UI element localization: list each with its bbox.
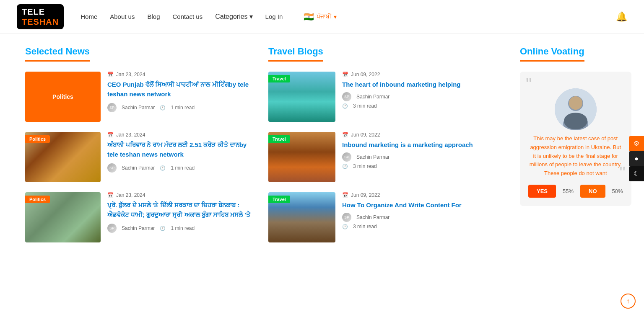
online-voting-section: Online Voating " " This may be the lates…	[520, 46, 631, 253]
news-info: 📅 Jan 23, 2024 ਅੰਬਾਨੀ ਪਰਿਵਾਰ ਨੇ ਰਾਮ ਮੰਦਰ…	[107, 132, 252, 173]
no-percentage: 50%	[612, 188, 623, 194]
news-date: 📅 Jan 23, 2024	[107, 72, 252, 77]
toggle-dark-widget-button[interactable]: ●	[629, 151, 644, 166]
news-meta: SP Sachin Parmar 🕐 1 min read	[107, 224, 252, 233]
logo-tele: TELE	[22, 7, 59, 17]
travel-card: Travel 📅 Jun 09, 2022 How To Organize An…	[268, 192, 503, 242]
news-info: 📅 Jan 23, 2024 ਪ੍ਰੋ. ਬੁੱਲਰ ਦੇ ਮਸਲੇ 'ਤੇ ਦ…	[107, 192, 252, 233]
politics-badge: Politics	[52, 93, 73, 100]
travel-card: Travel 📅 Jun 09, 2022 The heart of inbou…	[268, 72, 503, 122]
yes-percentage: 55%	[563, 188, 574, 194]
author-avatar: SP	[107, 163, 117, 173]
read-time: 3 min read	[353, 163, 377, 169]
nav-categories[interactable]: Categories ▾	[215, 13, 252, 21]
lang-label: ਪੰਜਾਬੀ	[317, 13, 331, 20]
news-date-text: Jan 23, 2024	[116, 132, 145, 138]
logo[interactable]: TELE TESHAN	[17, 4, 64, 29]
svg-point-4	[564, 113, 587, 129]
news-card: Politics 📅 Jan 23, 2024 ਅੰਬਾਨੀ ਪਰਿਵਾਰ ਨੇ…	[25, 132, 252, 182]
calendar-icon: 📅	[342, 72, 348, 77]
side-widgets: ⚙ ● ☾	[629, 136, 644, 181]
logo-teshan: TESHAN	[22, 17, 59, 27]
selected-news-section: Selected News Politics 📅 Jan 23, 2024 CE…	[25, 46, 252, 253]
night-mode-widget-button[interactable]: ☾	[629, 166, 644, 181]
news-meta: SP Sachin Parmar 🕐 1 min read	[107, 163, 252, 173]
news-date: 📅 Jun 09, 2022	[342, 72, 503, 77]
read-time: 1 min read	[171, 105, 195, 111]
author-avatar: SP	[342, 92, 351, 101]
read-time: 1 min read	[171, 165, 195, 171]
nav-about[interactable]: About us	[110, 13, 135, 20]
clock-icon: 🕐	[342, 164, 348, 169]
avatar-svg	[555, 88, 597, 130]
yes-vote-button[interactable]: YES	[528, 185, 556, 198]
calendar-icon: 📅	[342, 132, 348, 138]
news-meta: SP Sachin Parmar	[342, 92, 503, 101]
author-avatar: SP	[107, 224, 117, 233]
travel-info: 📅 Jun 09, 2022 The heart of inbound mark…	[342, 72, 503, 109]
read-time: 1 min read	[171, 225, 195, 231]
travel-title[interactable]: The heart of inbound marketing helping	[342, 80, 503, 89]
travel-info: 📅 Jun 09, 2022 How To Organize And Write…	[342, 192, 503, 229]
news-info: 📅 Jan 23, 2024 CEO Punjab ਵੱਲੋਂ ਸਿਆਸੀ ਪਾ…	[107, 72, 252, 112]
author-name: Sachin Parmar	[122, 105, 155, 111]
travel-title[interactable]: How To Organize And Write Content For	[342, 201, 503, 209]
author-name: Sachin Parmar	[122, 165, 155, 171]
nav-login[interactable]: Log In	[265, 13, 283, 20]
vote-buttons: YES 55% NO 50%	[528, 185, 623, 198]
no-vote-button[interactable]: NO	[580, 185, 605, 198]
travel-blogs-title: Travel Blogs	[268, 46, 323, 62]
travel-blogs-section: Travel Blogs Travel 📅 Jun 09, 2022 The h…	[268, 46, 503, 253]
nav-contact[interactable]: Contact us	[173, 13, 203, 20]
quote-close-icon: "	[619, 164, 625, 181]
news-thumbnail: Politics	[25, 192, 101, 242]
news-date: 📅 Jun 09, 2022	[342, 132, 503, 138]
clock-icon: 🕐	[160, 165, 166, 171]
vote-quote-text: This may be the latest case of post aggr…	[528, 134, 623, 178]
settings-widget-button[interactable]: ⚙	[629, 136, 644, 151]
selected-news-title: Selected News	[25, 46, 90, 62]
person-avatar	[555, 88, 597, 130]
news-title[interactable]: CEO Punjab ਵੱਲੋਂ ਸਿਆਸੀ ਪਾਰਟੀਆਂ ਨਾਲ ਮੀਟਿੰ…	[107, 80, 252, 99]
quote-open-icon: "	[526, 76, 532, 93]
flag-icon: 🇮🇳	[304, 12, 314, 22]
travel-badge: Travel	[268, 196, 290, 203]
lang-chevron-icon: ▾	[334, 13, 337, 20]
travel-title[interactable]: Inbound marketing is a marketing approac…	[342, 140, 503, 149]
politics-badge: Politics	[25, 135, 50, 143]
clock-icon: 🕐	[160, 105, 166, 111]
calendar-icon: 📅	[107, 192, 114, 198]
read-time: 3 min read	[353, 103, 377, 109]
news-meta: SP Sachin Parmar	[342, 213, 503, 222]
travel-badge: Travel	[268, 135, 290, 143]
news-title[interactable]: ਅੰਬਾਨੀ ਪਰਿਵਾਰ ਨੇ ਰਾਮ ਮੰਦਰ ਲਈ 2.51 ਕਰੋੜ ਕ…	[107, 140, 252, 159]
news-date-text: Jan 23, 2024	[116, 72, 145, 77]
news-meta: SP Sachin Parmar 🕐 1 min read	[107, 103, 252, 112]
navigation: Home About us Blog Contact us Categories…	[80, 12, 616, 22]
news-date: 📅 Jan 23, 2024	[107, 192, 252, 198]
read-time-meta: 🕐 3 min read	[342, 224, 503, 229]
nav-home[interactable]: Home	[80, 13, 97, 20]
news-date: 📅 Jun 09, 2022	[342, 192, 503, 198]
svg-point-3	[569, 96, 582, 110]
author-name: Sachin Parmar	[356, 214, 390, 220]
clock-icon: 🕐	[160, 226, 166, 231]
lang-selector[interactable]: 🇮🇳 ਪੰਜਾਬੀ ▾	[304, 12, 337, 22]
chevron-down-icon: ▾	[249, 13, 253, 21]
read-time-meta: 🕐 3 min read	[342, 163, 503, 169]
header: TELE TESHAN Home About us Blog Contact u…	[0, 0, 644, 34]
author-avatar: SP	[107, 103, 117, 112]
news-thumb-placeholder: Politics	[25, 72, 101, 122]
notification-bell-icon[interactable]: 🔔	[616, 11, 627, 22]
news-title[interactable]: ਪ੍ਰੋ. ਬੁੱਲਰ ਦੇ ਮਸਲੇ 'ਤੇ ਦਿੱਲੀ ਸਰਕਾਰ ਦਾ ਚ…	[107, 201, 252, 219]
main-content: Selected News Politics 📅 Jan 23, 2024 CE…	[0, 34, 629, 265]
clock-icon: 🕐	[342, 103, 348, 109]
travel-thumbnail: Travel	[268, 192, 335, 242]
travel-badge: Travel	[268, 75, 290, 82]
travel-date-text: Jun 09, 2022	[351, 72, 380, 77]
calendar-icon: 📅	[107, 72, 114, 77]
nav-blog[interactable]: Blog	[147, 13, 160, 20]
news-thumbnail: Politics	[25, 132, 101, 182]
news-meta: SP Sachin Parmar	[342, 152, 503, 162]
news-date-text: Jan 23, 2024	[116, 192, 145, 198]
